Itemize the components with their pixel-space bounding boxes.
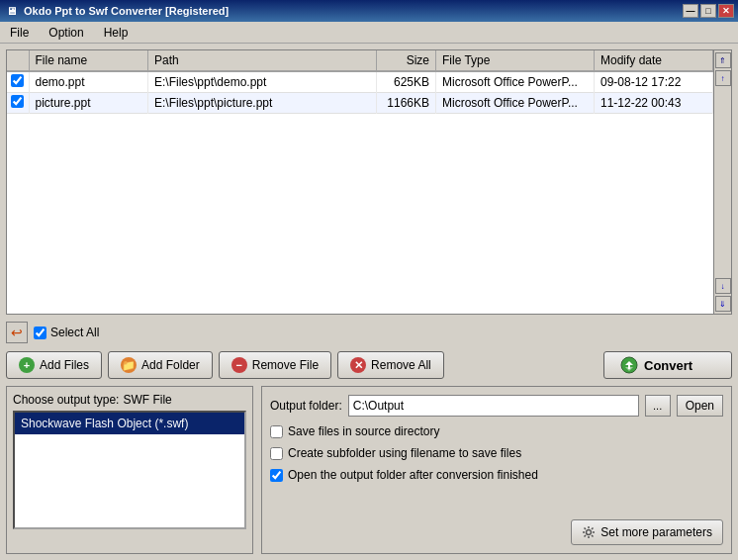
checkbox-open-after[interactable]: Open the output folder after conversion …	[270, 468, 723, 482]
scroll-up-button[interactable]: ↑	[715, 70, 731, 86]
row-checkbox[interactable]	[11, 74, 24, 87]
table-row: demo.ppt E:\Files\ppt\demo.ppt 625KB Mic…	[7, 71, 713, 93]
file-table-wrapper: File name Path Size File Type Modify dat…	[7, 50, 713, 314]
open-button[interactable]: Open	[677, 395, 723, 417]
col-path: Path	[147, 50, 376, 71]
row-check-cell[interactable]	[7, 93, 29, 114]
scroll-bottom-button[interactable]: ⇓	[715, 296, 731, 312]
convert-icon	[620, 356, 638, 374]
close-button[interactable]: ✕	[718, 4, 734, 18]
action-buttons: + Add Files 📁 Add Folder − Remove File ✕…	[6, 350, 732, 380]
table-row: picture.ppt E:\Files\ppt\picture.ppt 116…	[7, 93, 713, 114]
row-size: 625KB	[377, 71, 436, 93]
output-settings: Output folder: ... Open Save files in so…	[261, 386, 732, 554]
add-files-button[interactable]: + Add Files	[6, 351, 102, 379]
row-check-cell[interactable]	[7, 71, 29, 93]
col-filetype: File Type	[436, 50, 595, 71]
checkbox-create-subfolder[interactable]: Create subfolder using filename to save …	[270, 446, 723, 460]
output-type-box: Choose output type: SWF File Shockwave F…	[6, 386, 253, 554]
menu-help[interactable]: Help	[98, 24, 135, 42]
file-table: File name Path Size File Type Modify dat…	[7, 50, 713, 114]
select-all-label[interactable]: Select All	[34, 326, 99, 339]
row-path: E:\Files\ppt\demo.ppt	[147, 71, 376, 93]
row-checkbox[interactable]	[11, 95, 24, 108]
add-folder-button[interactable]: 📁 Add Folder	[108, 351, 213, 379]
col-modified: Modify date	[595, 50, 713, 71]
remove-file-icon: −	[231, 357, 247, 373]
menu-bar: File Option Help	[0, 22, 738, 44]
back-button[interactable]: ↩	[6, 322, 28, 343]
col-check	[7, 50, 29, 71]
row-size: 1166KB	[377, 93, 436, 114]
create-subfolder-checkbox[interactable]	[270, 447, 283, 460]
open-after-checkbox[interactable]	[270, 469, 283, 482]
row-path: E:\Files\ppt\picture.ppt	[147, 93, 376, 114]
select-all-checkbox[interactable]	[34, 327, 46, 339]
file-list-container: File name Path Size File Type Modify dat…	[6, 49, 732, 315]
main-container: File name Path Size File Type Modify dat…	[0, 44, 738, 560]
add-files-icon: +	[19, 357, 35, 373]
checkbox-save-source[interactable]: Save files in source directory	[270, 424, 723, 438]
scroll-top-button[interactable]: ⇑	[715, 52, 731, 68]
menu-option[interactable]: Option	[43, 24, 89, 42]
title-bar: 🖥 Okdo Ppt to Swf Converter [Registered]…	[0, 0, 738, 22]
row-modified: 11-12-22 00:43	[595, 93, 713, 114]
convert-button[interactable]: Convert	[603, 351, 732, 379]
open-after-label: Open the output folder after conversion …	[288, 468, 538, 482]
params-row: Set more parameters	[270, 519, 723, 545]
maximize-button[interactable]: □	[700, 4, 716, 18]
add-folder-icon: 📁	[121, 357, 137, 373]
output-folder-label: Output folder:	[270, 399, 342, 413]
row-filetype: Microsoft Office PowerP...	[436, 93, 595, 114]
set-params-button[interactable]: Set more parameters	[571, 519, 723, 545]
row-filetype: Microsoft Office PowerP...	[436, 71, 595, 93]
col-filename: File name	[29, 50, 147, 71]
minimize-button[interactable]: —	[683, 4, 698, 18]
remove-all-button[interactable]: ✕ Remove All	[337, 351, 444, 379]
file-list-scrollbar: ⇑ ↑ ↓ ⇓	[713, 50, 731, 314]
row-filename: demo.ppt	[29, 71, 147, 93]
col-size: Size	[377, 50, 436, 71]
format-item-swf[interactable]: Shockwave Flash Object (*.swf)	[15, 413, 244, 434]
remove-all-icon: ✕	[350, 357, 366, 373]
row-filename: picture.ppt	[29, 93, 147, 114]
row-modified: 09-08-12 17:22	[595, 71, 713, 93]
output-folder-input[interactable]	[348, 395, 639, 417]
create-subfolder-label: Create subfolder using filename to save …	[288, 446, 521, 460]
save-source-label: Save files in source directory	[288, 424, 439, 438]
menu-file[interactable]: File	[4, 24, 35, 42]
output-folder-row: Output folder: ... Open	[270, 395, 723, 417]
bottom-panel: Choose output type: SWF File Shockwave F…	[6, 386, 732, 554]
save-source-checkbox[interactable]	[270, 425, 283, 438]
svg-point-1	[587, 530, 592, 535]
format-list[interactable]: Shockwave Flash Object (*.swf)	[13, 411, 246, 529]
title-text: 🖥 Okdo Ppt to Swf Converter [Registered]	[6, 5, 229, 17]
window-controls: — □ ✕	[683, 4, 734, 18]
browse-button[interactable]: ...	[645, 395, 671, 417]
gear-icon	[582, 525, 596, 539]
bottom-controls: ↩ Select All	[6, 321, 732, 344]
output-type-label: Choose output type: SWF File	[13, 393, 246, 407]
scroll-down-button[interactable]: ↓	[715, 278, 731, 294]
remove-file-button[interactable]: − Remove File	[219, 351, 331, 379]
